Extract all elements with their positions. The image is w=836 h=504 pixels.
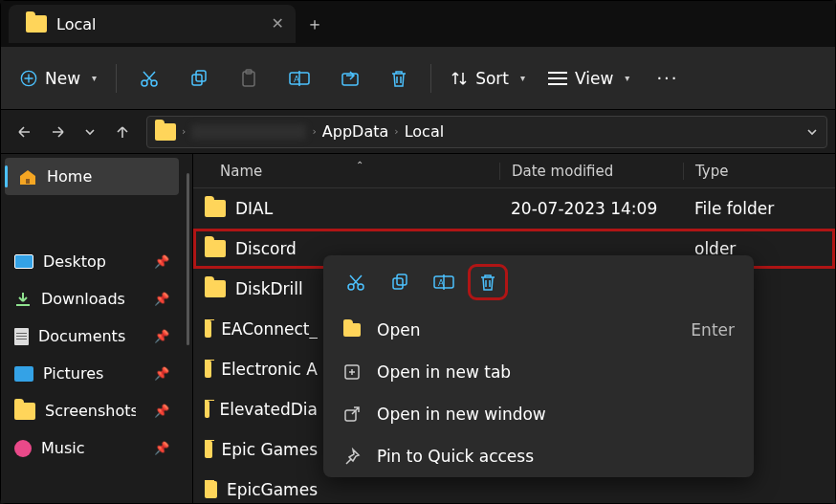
chevron-down-icon: ▾ [92, 73, 97, 83]
delete-button[interactable] [375, 59, 423, 98]
context-item-label: Open in new window [377, 405, 546, 424]
context-item-label: Pin to Quick access [377, 447, 534, 466]
column-header-name[interactable]: Name [193, 163, 499, 180]
folder-icon [205, 280, 226, 297]
sidebar-item-home[interactable]: Home [5, 158, 179, 195]
separator [116, 64, 117, 93]
sidebar-scrollbar[interactable] [183, 154, 192, 503]
folder-icon [205, 361, 211, 378]
share-button[interactable] [325, 59, 375, 98]
sidebar-item-screenshots[interactable]: Screenshots 📌 [1, 392, 183, 429]
monitor-icon [14, 254, 33, 269]
chevron-down-icon: ▾ [625, 73, 629, 83]
sidebar-item-label: Desktop [43, 252, 106, 271]
sort-button[interactable]: Sort ▾ [439, 61, 537, 96]
context-rename-button[interactable]: A [429, 269, 459, 296]
context-quick-actions: A [323, 255, 754, 309]
copy-icon [390, 273, 409, 292]
scissors-icon [346, 273, 365, 292]
file-type: File folder [683, 199, 835, 218]
up-button[interactable] [106, 116, 139, 148]
breadcrumb-item[interactable]: Local [405, 122, 444, 141]
context-cut-button[interactable] [341, 269, 371, 296]
paste-button[interactable] [224, 59, 274, 98]
breadcrumb-item[interactable]: AppData [322, 122, 388, 141]
svg-rect-10 [26, 179, 30, 184]
plus-circle-icon [20, 70, 37, 87]
copy-icon [189, 69, 209, 88]
window-tab[interactable]: Local ✕ [9, 5, 296, 43]
arrow-right-icon [49, 123, 66, 141]
rename-icon: A [433, 273, 454, 292]
context-item-label: Open [377, 320, 420, 340]
sidebar-item-label: Music [41, 439, 85, 457]
close-tab-icon[interactable]: ✕ [272, 16, 284, 32]
context-item-label: Open in new tab [377, 362, 511, 382]
forward-button[interactable] [41, 116, 74, 148]
new-tab-button[interactable]: ＋ [296, 12, 334, 35]
rename-button[interactable]: A [274, 59, 325, 98]
cut-button[interactable] [124, 59, 174, 98]
context-delete-button[interactable] [473, 269, 503, 296]
trash-icon [390, 69, 407, 88]
column-header-type[interactable]: Type [683, 163, 835, 180]
address-expand-button[interactable] [805, 125, 819, 139]
more-options-button[interactable]: ··· [641, 68, 693, 88]
sort-indicator-icon: ⌃ [356, 160, 363, 170]
context-copy-button[interactable] [385, 269, 415, 296]
separator [430, 64, 431, 93]
sidebar-item-downloads[interactable]: Downloads 📌 [1, 280, 183, 318]
breadcrumb-separator: › [394, 125, 398, 138]
chevron-down-icon: ▾ [520, 73, 525, 83]
breadcrumb-separator: › [312, 125, 316, 138]
svg-rect-13 [393, 278, 403, 289]
copy-button[interactable] [174, 59, 224, 98]
back-button[interactable] [9, 116, 41, 148]
context-open[interactable]: Open Enter [323, 309, 754, 351]
sidebar-item-pictures[interactable]: Pictures 📌 [1, 355, 183, 392]
sidebar-item-documents[interactable]: Documents 📌 [1, 318, 183, 355]
list-view-icon [548, 71, 567, 86]
chevron-down-icon [805, 125, 819, 139]
external-icon [342, 405, 362, 424]
navigation-bar: › › AppData › Local [1, 110, 835, 154]
context-open-new-tab[interactable]: Open in new tab [323, 351, 754, 393]
context-open-new-window[interactable]: Open in new window [323, 393, 754, 435]
file-name: Epic Games [222, 440, 318, 459]
pin-icon: 📌 [154, 254, 169, 269]
arrow-up-icon [114, 123, 131, 141]
sidebar: Home Desktop 📌 Downloads 📌 Documents 📌 P… [1, 154, 183, 503]
context-pin-quick-access[interactable]: Pin to Quick access [323, 435, 754, 477]
download-icon [14, 291, 32, 308]
address-bar[interactable]: › › AppData › Local [146, 116, 827, 148]
sidebar-item-label: Documents [38, 327, 125, 345]
file-name: ElevatedDia [219, 400, 318, 419]
new-button[interactable]: New ▾ [9, 61, 108, 96]
arrow-left-icon [16, 123, 33, 141]
tab-title: Local [56, 15, 96, 33]
sidebar-item-music[interactable]: Music 📌 [1, 429, 183, 467]
music-icon [14, 440, 32, 457]
pin-icon: 📌 [154, 329, 169, 343]
svg-rect-14 [397, 274, 407, 285]
sidebar-item-label: Pictures [43, 364, 103, 383]
scissors-icon [140, 69, 159, 88]
pin-icon [342, 447, 362, 466]
view-button[interactable]: View ▾ [537, 61, 641, 96]
column-header-date[interactable]: Date modified [499, 163, 683, 180]
file-name: DiskDrill [235, 279, 303, 298]
pin-icon: 📌 [154, 404, 169, 418]
recent-locations-button[interactable] [74, 116, 106, 148]
sidebar-item-desktop[interactable]: Desktop 📌 [1, 243, 183, 280]
svg-text:A: A [438, 278, 445, 288]
sidebar-item-label: Downloads [41, 290, 125, 308]
sidebar-item-label: Home [47, 167, 92, 186]
file-name: Electronic A [221, 360, 318, 379]
file-row[interactable]: DIAL 20-07-2023 14:09 File folder [193, 188, 835, 229]
svg-rect-4 [196, 71, 206, 81]
file-date: 20-07-2023 14:09 [499, 199, 683, 218]
svg-rect-3 [192, 75, 202, 85]
file-explorer-window: Local ✕ ＋ New ▾ A [0, 0, 836, 504]
folder-icon [205, 401, 209, 418]
home-icon [18, 168, 37, 186]
